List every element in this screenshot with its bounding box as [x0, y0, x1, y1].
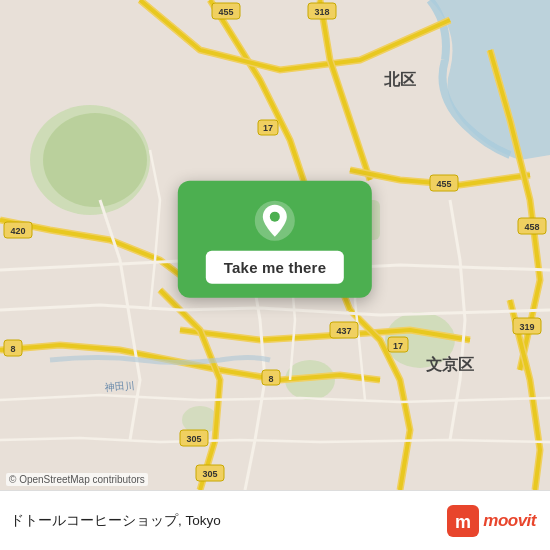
svg-text:8: 8	[10, 344, 15, 354]
take-me-there-button[interactable]: Take me there	[206, 251, 344, 284]
svg-text:8: 8	[268, 374, 273, 384]
svg-text:420: 420	[10, 226, 25, 236]
svg-point-2	[43, 113, 147, 207]
svg-text:455: 455	[218, 7, 233, 17]
svg-text:318: 318	[314, 7, 329, 17]
map-container: 455 318 17 455 458 420 8 437 17 305 305	[0, 0, 550, 490]
location-card: Take me there	[178, 181, 372, 298]
svg-text:319: 319	[519, 322, 534, 332]
svg-text:305: 305	[186, 434, 201, 444]
moovit-logo: m moovit	[447, 505, 536, 537]
svg-text:m: m	[455, 512, 471, 532]
svg-text:305: 305	[202, 469, 217, 479]
svg-text:458: 458	[524, 222, 539, 232]
svg-text:北区: 北区	[383, 71, 416, 88]
svg-point-37	[270, 212, 280, 222]
bottom-bar: ドトールコーヒーショップ, Tokyo m moovit	[0, 490, 550, 550]
svg-text:17: 17	[393, 341, 403, 351]
moovit-brand-text: moovit	[483, 511, 536, 531]
svg-text:437: 437	[336, 326, 351, 336]
svg-text:文京区: 文京区	[426, 355, 474, 373]
location-pin-icon	[253, 199, 297, 243]
svg-text:17: 17	[263, 123, 273, 133]
map-attribution: © OpenStreetMap contributors	[6, 473, 148, 486]
moovit-logo-icon: m	[447, 505, 479, 537]
svg-text:455: 455	[436, 179, 451, 189]
place-name: ドトールコーヒーショップ, Tokyo	[10, 512, 221, 530]
